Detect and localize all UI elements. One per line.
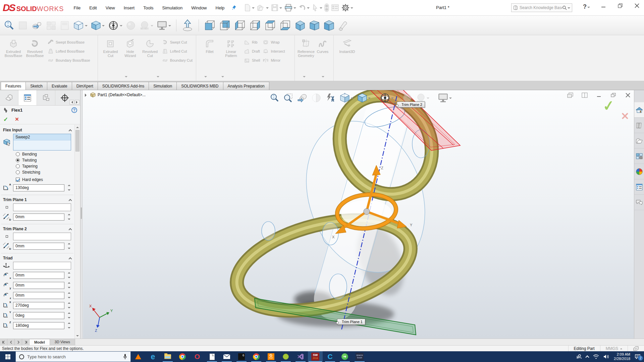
solidworks-resources-tab[interactable] [634,118,644,133]
people-icon[interactable] [576,354,582,359]
panel-scrollbar[interactable] [74,125,80,339]
help-icon[interactable]: ? [71,107,77,113]
file-explorer-tab[interactable] [634,148,644,164]
extruded-cut-button[interactable]: Extruded Cut [101,37,120,81]
wrap-button[interactable]: Wrap [263,39,285,45]
zoom-fit-icon[interactable] [269,93,279,103]
menu-window[interactable]: Window [187,3,211,12]
tab-3d-views[interactable]: 3D Views [50,339,75,345]
previous-view-icon[interactable] [297,93,308,103]
taskbar-idm[interactable] [337,351,352,362]
custom-properties-tab[interactable] [634,179,644,195]
cut-group-expand-caret[interactable] [125,76,127,79]
view-dimetric-cube-icon[interactable] [323,19,335,32]
hide-show-items-icon[interactable] [108,20,122,31]
help-button[interactable]: ? [583,3,590,10]
shell-button[interactable]: Shell [244,57,260,63]
tray-expand-icon[interactable] [585,355,589,359]
design-library-tab[interactable] [634,133,644,148]
property-list-icon[interactable] [330,2,340,13]
boundary-cut-button[interactable]: Boundary Cut [162,57,193,63]
menu-edit[interactable]: Edit [85,3,101,12]
volume-icon[interactable] [603,354,609,359]
cancel-x-icon[interactable]: ✕ [15,116,19,122]
open-document-icon[interactable] [256,2,270,13]
triad-y-rotate-input[interactable]: 0deg [13,312,64,319]
taskbar-notepad[interactable] [205,351,219,362]
intersect-button[interactable]: Intersect [263,48,285,54]
property-manager-tab[interactable] [18,90,37,105]
knowledge-base-search[interactable]: Search Knowledge Base [511,3,572,12]
viewport-minimize-icon[interactable] [595,92,603,99]
trim-plane2-reference-box[interactable] [13,233,71,240]
taskbar-android-studio[interactable] [278,351,293,362]
boundary-cut-expand-caret[interactable] [157,76,159,79]
triad-x-rotate-spinner[interactable] [67,301,71,310]
curves-button[interactable]: Curves [315,37,331,81]
close-button[interactable] [633,2,641,9]
trim-plane2-label[interactable]: Trim Plane 2 [397,102,425,108]
tab-dimxpert[interactable]: DimXpert [72,82,98,90]
swept-boss-button[interactable]: Swept Boss/Base [48,39,90,45]
taskbar-opera[interactable]: O [190,351,205,362]
view-front-cube-icon[interactable] [204,19,216,32]
panel-tabs-right-arrow[interactable] [75,100,79,105]
action-center-button[interactable]: 2 [635,354,641,359]
trim-plane1-reference-box[interactable] [13,203,71,211]
view-orientation-cube-icon[interactable] [339,93,354,103]
hole-wizard-button[interactable]: Hole Wizard [120,37,140,81]
menu-insert[interactable]: Insert [119,3,139,12]
triad-section-header[interactable]: Triad [3,256,71,260]
edit-appearance-sphere-icon[interactable] [125,20,136,31]
boundary-boss-button[interactable]: Boundary Boss/Base [48,57,90,63]
trim-plane1-section-header[interactable]: Trim Plane 1 [3,197,71,202]
view-left-cube-icon[interactable] [234,19,246,32]
trim-plane1-distance-spinner[interactable] [67,213,71,221]
triad-y-translate-input[interactable]: 0mm [13,282,64,289]
display-style-cube-icon[interactable] [357,93,371,103]
revolved-cut-button[interactable]: Revolved Cut [140,37,160,81]
triad-y-rotate-spinner[interactable] [67,311,71,320]
taskbar-clock[interactable]: 2:09 AM 2/28/2018 [614,352,630,361]
linear-pattern-button[interactable]: Linear Pattern [220,37,242,81]
selected-body[interactable]: Sweep2 [13,134,71,140]
tapering-option[interactable]: Tapering [16,164,74,169]
instant3d-button[interactable]: Instant3D [336,37,358,81]
view-isometric-cube-icon[interactable] [294,19,306,32]
lofted-cut-button[interactable]: Lofted Cut [162,48,193,54]
view-settings-monitor-icon[interactable] [438,93,452,103]
zoom-area-icon[interactable] [283,93,293,103]
view-trimetric-cube-icon[interactable] [309,19,320,32]
curves-expand-caret[interactable] [322,76,324,79]
tab-solidworks-addins[interactable]: SOLIDWORKS Add-Ins [98,82,149,90]
trim-plane2-section-header[interactable]: Trim Plane 2 [3,227,71,231]
trim-plane1-label[interactable]: Trim Plane 1 [337,319,365,325]
trim-plane1-distance-input[interactable]: 0mm [13,214,64,221]
extruded-boss-button[interactable]: Extruded Boss/Base [3,37,24,81]
fillet-expand-caret[interactable] [204,76,207,79]
taskbar-chrome[interactable] [175,351,190,362]
view-top-cube-icon[interactable] [264,19,276,32]
taskbar-chrome-2[interactable] [249,351,264,362]
twisting-option[interactable]: Twisting [16,158,74,163]
tile-windows-icon[interactable] [581,92,589,99]
taskbar-mail[interactable] [219,351,234,362]
forum-tab[interactable] [634,195,644,210]
tab-sketch[interactable]: Sketch [25,82,47,90]
lofted-boss-button[interactable]: Lofted Boss/Base [48,48,90,54]
minimize-button[interactable] [600,2,607,9]
home-tab[interactable] [634,102,644,118]
new-window-icon[interactable] [566,92,574,99]
tab-model[interactable]: Model [30,339,50,345]
toggle-options-icon[interactable] [323,2,330,13]
feature-manager-tab[interactable] [0,90,18,105]
taskbar-search[interactable]: Type here to search [15,351,131,362]
linear-pattern-expand-caret[interactable] [221,76,224,79]
zoom-fit-icon[interactable] [3,20,15,31]
reference-geometry-expand-caret[interactable] [303,76,306,79]
triad-x-rotate-input[interactable]: 270deg [13,302,64,309]
triad-x-translate-spinner[interactable] [67,271,71,280]
hide-show-items-icon[interactable] [380,93,394,103]
page-layout-icon[interactable] [60,20,70,31]
triad-reference-box[interactable] [13,262,71,269]
